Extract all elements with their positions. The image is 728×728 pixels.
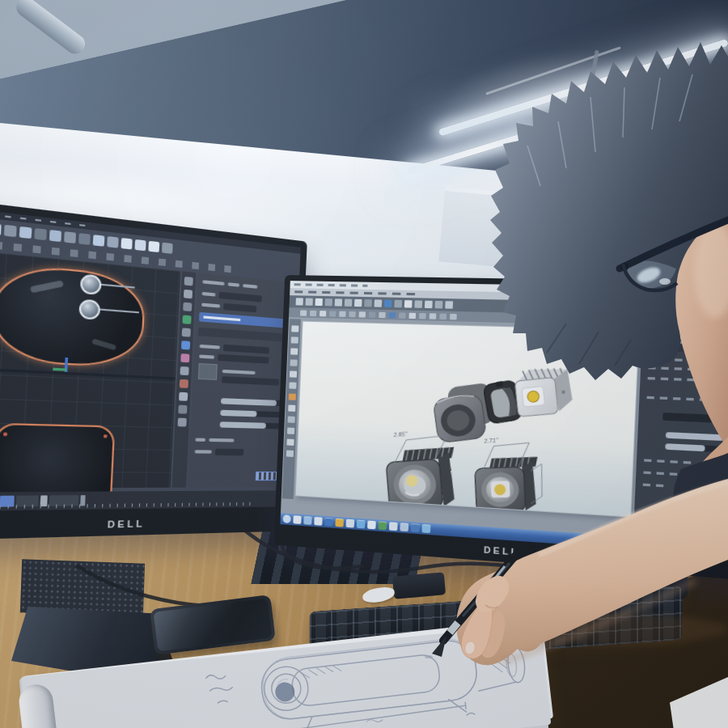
person	[0, 0, 728, 728]
workspace-photo: DELL	[0, 0, 728, 728]
pen-tip	[432, 636, 447, 657]
